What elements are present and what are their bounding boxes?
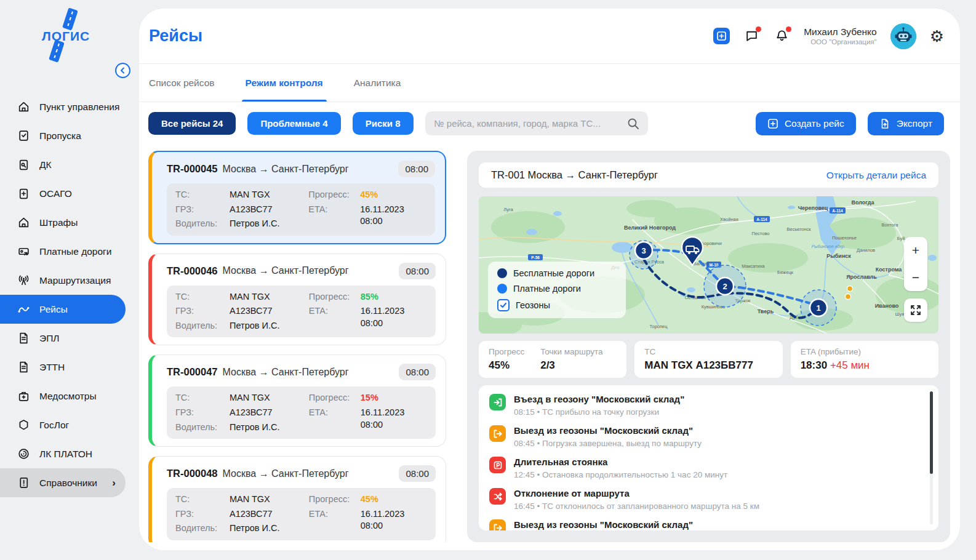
main-panel: Рейсы Михаил Зубенко ООО "Организация" [139,9,960,550]
vehicle-label: ТС: [175,494,230,506]
zoom-in-button[interactable]: + [904,237,927,264]
tab-control-mode[interactable]: Режим контроля [246,64,323,102]
fines-house-icon [17,216,30,229]
trip-card[interactable]: TR-000046 Москва → Санкт-Петербург 08:00… [148,254,446,346]
trip-time-badge: 08:00 [399,263,436,279]
geozones-checkbox[interactable] [497,299,510,311]
sidebar-item-ettn[interactable]: ЭТТН [0,353,126,382]
trip-time-badge: 08:00 [399,364,436,380]
sidebar-item-passes[interactable]: Пропуска [0,121,126,150]
tab-analytics[interactable]: Аналитика [354,64,401,102]
chevron-right-icon: › [112,477,116,489]
event-subtitle: 08:45 • Погрузка завершена, выезд по мар… [514,438,702,450]
export-button[interactable]: Экспорт [868,112,944,135]
sidebar-item-toll-roads[interactable]: Платные дороги [0,237,126,266]
event-subtitle: 16:45 • ТС отклонилось от запланированно… [514,500,759,513]
svg-text:Вологда: Вологда [852,199,875,206]
stat-label: Точки маршрута [540,347,602,356]
stat-card-progress: Прогресс 45% Точки маршрута 2/3 [479,341,626,378]
avatar[interactable] [890,23,916,49]
svg-text:Кострома: Кострома [876,266,903,273]
filter-risks[interactable]: Риски 8 [353,112,414,135]
notifications-button[interactable] [774,28,790,44]
free-roads-dot [497,268,507,278]
tab-bar: Список рейсов Режим контроля Аналитика [139,64,960,102]
sidebar-collapse-button[interactable] [115,63,130,78]
svg-text:А-114: А-114 [756,217,767,222]
insurance-plus-icon [17,187,30,200]
add-widget-button[interactable] [713,28,730,44]
sidebar-item-platon[interactable]: ЛК ПЛАТОН [0,439,126,468]
sidebar-item-label: ГосЛог [39,420,69,431]
sidebar-item-control-point[interactable]: Пункт управления [0,92,126,121]
tab-trip-list[interactable]: Список рейсов [149,64,215,102]
filter-all-trips[interactable]: Все рейсы 24 [148,112,236,135]
search-icon [626,117,640,130]
map-zoom-control: + − [904,237,927,291]
driver-value: Петров И.С. [230,522,279,535]
sidebar-item-osago[interactable]: ОСАГО [0,179,126,208]
messages-button[interactable] [743,28,760,44]
svg-text:Череповец: Череповец [798,205,828,211]
user-name: Михаил Зубенко [804,26,877,38]
create-trip-button[interactable]: Создать рейс [756,112,856,135]
parking-icon [489,457,506,473]
trip-time-badge: 08:00 [399,465,436,482]
svg-text:Торопец: Торопец [649,324,668,329]
stat-label: ETA (прибытие) [801,347,870,356]
logo-text: ЛОГИС [42,29,90,44]
event-item[interactable]: Выезд из геозоны "Московский склад" 08:4… [489,424,922,450]
notification-dot [786,26,791,32]
sidebar-item-goslog[interactable]: ГосЛог [0,410,126,439]
hexagon-icon [17,418,30,431]
zoom-out-button[interactable]: − [904,264,927,291]
sidebar-item-fines[interactable]: Штрафы [0,208,126,237]
stat-label: Прогресс [489,347,524,356]
trip-id: TR-000047 [167,366,218,378]
event-item[interactable]: Отклонение от маршрута 16:45 • ТС отклон… [489,487,922,513]
open-trip-details-link[interactable]: Открыть детали рейса [826,170,926,181]
user-block[interactable]: Михаил Зубенко ООО "Организация" [804,26,877,47]
event-subtitle: 08:15 • ТС прибыло на точку погрузки [514,406,684,418]
svg-text:Рыбинское вдхр.: Рыбинское вдхр. [812,244,846,249]
legend-toll-roads: Платные дороги [497,284,617,294]
sidebar-item-label: Рейсы [39,304,68,315]
fullscreen-icon [910,305,921,316]
export-file-icon [879,118,890,129]
sidebar-item-dk[interactable]: ДК [0,150,126,179]
sidebar-item-label: ЭТТН [39,362,65,373]
svg-text:Великий Новгород: Великий Новгород [624,225,676,231]
driver-label: Водитель: [175,422,230,434]
user-organization: ООО "Организация" [804,38,877,46]
fullscreen-button[interactable] [904,298,927,322]
settings-button[interactable]: ⚙ [930,28,944,44]
progress-label: Прогресс: [309,392,361,404]
map[interactable]: А-114 А-114 М-10 Р-56 Череповец Вологда … [479,196,938,334]
search-input[interactable] [425,111,648,135]
event-title: Отклонение от маршрута [514,487,759,500]
trip-card[interactable]: TR-000048 Москва → Санкт-Петербург 08:00… [148,456,446,542]
sidebar-item-reference[interactable]: Справочники › [0,468,126,497]
trip-card[interactable]: TR-000045 Москва → Санкт-Петербург 08:00… [148,151,446,244]
sidebar-item-label: Медосмотры [39,391,97,402]
event-item[interactable]: Въезд в геозону "Московский склад" 08:15… [489,393,922,418]
svg-text:3: 3 [641,246,646,255]
event-scrollbar-thumb[interactable] [930,391,933,474]
sidebar-item-routing[interactable]: Маршрутизация [0,266,126,295]
legend-label: Бесплатные дороги [513,268,594,278]
trip-card[interactable]: TR-000047 Москва → Санкт-Петербург 08:00… [148,354,446,447]
sidebar-item-medical[interactable]: Медосмотры [0,382,126,410]
plate-value: А123ВС77 [230,305,273,318]
trip-route: Москва → Санкт-Петербург [223,265,349,276]
filter-problems[interactable]: Проблемные 4 [247,112,340,135]
stat-value-route-points: 2/3 [540,359,602,372]
event-scrollbar-track[interactable] [930,391,933,524]
trip-details: ТС:MAN TGX ГРЗ:А123ВС77 Водитель:Петров … [167,183,435,236]
sidebar-item-trips[interactable]: Рейсы [0,295,126,324]
eta-label: ETA: [309,508,361,532]
plate-value: А123ВС77 [230,407,273,419]
document-icon [17,361,30,374]
event-item[interactable]: Длительная стоянка 12:45 • Остановка про… [489,455,922,481]
sidebar-item-epl[interactable]: ЭПЛ [0,324,126,353]
event-item[interactable]: Выезд из геозоны "Московский склад" 08:4… [489,518,922,530]
